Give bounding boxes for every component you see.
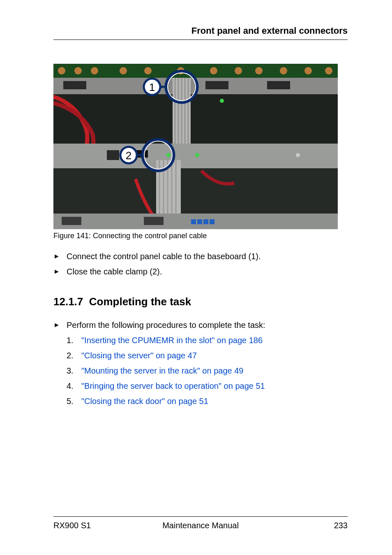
callout-2-label: 2: [126, 149, 131, 162]
list-number: 4.: [67, 381, 81, 391]
svg-point-5: [120, 67, 127, 74]
svg-point-12: [304, 67, 312, 74]
page-header: Front panel and external connectors: [53, 26, 348, 40]
list-number: 3.: [67, 366, 81, 376]
list-number: 1.: [67, 336, 81, 345]
svg-rect-16: [205, 81, 228, 89]
svg-point-2: [58, 67, 65, 74]
list-number: 5.: [67, 397, 81, 406]
list-item: 2. "Closing the server" on page 47: [67, 351, 348, 360]
list-number: 2.: [67, 351, 81, 360]
svg-rect-46: [210, 219, 214, 224]
svg-point-31: [296, 153, 300, 157]
svg-rect-41: [62, 217, 81, 225]
list-item: 3. "Mounting the server in the rack" on …: [67, 366, 348, 376]
svg-point-29: [166, 153, 171, 157]
bullet-text-3: Perform the following procedures to comp…: [67, 320, 348, 330]
svg-rect-32: [53, 168, 338, 214]
section-number: 12.1.7: [53, 295, 83, 308]
svg-rect-43: [191, 219, 196, 224]
svg-point-11: [280, 67, 287, 74]
svg-point-3: [74, 67, 82, 74]
svg-point-30: [195, 153, 199, 157]
bullet-icon: ►: [53, 320, 67, 329]
footer-model: RX900 S1: [53, 521, 91, 530]
xref-link[interactable]: "Closing the rack door" on page 51: [81, 397, 208, 406]
svg-rect-15: [63, 81, 86, 89]
svg-point-19: [220, 99, 224, 103]
svg-point-9: [235, 67, 242, 74]
figure-image: 1 2: [53, 64, 338, 229]
page-footer: RX900 S1 Maintenance Manual 233: [53, 516, 348, 530]
callout-1-label: 1: [149, 81, 155, 93]
list-item: 1. "Inserting the CPUMEMR in the slot" o…: [67, 336, 348, 345]
svg-rect-42: [144, 217, 164, 225]
svg-rect-27: [107, 150, 119, 160]
footer-title: Maintenance Manual: [53, 521, 348, 530]
list-item: 5. "Closing the rack door" on page 51: [67, 397, 348, 406]
svg-point-10: [255, 67, 263, 74]
section-title: Completing the task: [89, 295, 191, 308]
xref-link[interactable]: "Closing the server" on page 47: [81, 351, 197, 360]
xref-link[interactable]: "Mounting the server in the rack" on pag…: [81, 366, 243, 376]
bullet-text-1: Connect the control panel cable to the b…: [67, 252, 348, 261]
svg-rect-17: [267, 81, 290, 89]
svg-rect-45: [203, 219, 208, 224]
bullet-icon: ►: [53, 252, 67, 260]
figure-caption: Figure 141: Connecting the control panel…: [53, 232, 348, 240]
xref-link[interactable]: "Inserting the CPUMEMR in the slot" on p…: [81, 336, 263, 345]
svg-point-4: [91, 67, 98, 74]
svg-point-8: [210, 67, 217, 74]
bullet-text-2: Close the cable clamp (2).: [67, 267, 348, 276]
svg-point-6: [144, 67, 152, 74]
svg-rect-18: [53, 94, 338, 144]
xref-link[interactable]: "Bringing the server back to operation" …: [81, 381, 265, 391]
svg-rect-44: [197, 219, 202, 224]
footer-page-number: 233: [334, 521, 348, 530]
list-item: 4. "Bringing the server back to operatio…: [67, 381, 348, 391]
bullet-icon: ►: [53, 267, 67, 275]
section-heading: 12.1.7 Completing the task: [53, 295, 348, 308]
svg-point-13: [325, 67, 332, 74]
